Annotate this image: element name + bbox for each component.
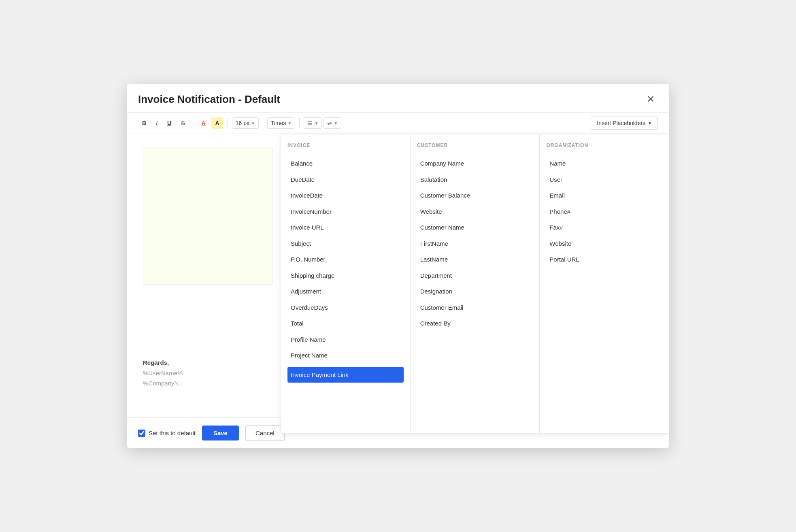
modal-header: Invoice Notification - Default ✕: [127, 84, 669, 113]
invoice-item-overduedays[interactable]: OverdueDays: [287, 300, 404, 316]
font-size-chevron: ▼: [251, 121, 255, 126]
customer-column: CUSTOMER Company Name Salutation Custome…: [411, 134, 540, 433]
invoice-header: INVOICE: [287, 143, 404, 148]
customer-item-customer-name[interactable]: Customer Name: [417, 219, 533, 236]
invoice-item-adjustment[interactable]: Adjustment: [287, 283, 404, 300]
placeholder-dropdown: INVOICE Balance DueDate InvoiceDate Invo…: [281, 134, 669, 434]
list-chevron: ▼: [314, 121, 318, 126]
invoice-item-invoicenumber[interactable]: InvoiceNumber: [287, 204, 404, 220]
customer-item-department[interactable]: Department: [417, 268, 533, 284]
font-family-chevron: ▼: [287, 121, 292, 126]
font-family-select[interactable]: Times ▼: [267, 117, 296, 129]
font-family-value: Times: [271, 120, 286, 126]
close-button[interactable]: ✕: [643, 93, 658, 106]
highlight-button[interactable]: A: [211, 117, 223, 129]
customer-item-customer-balance[interactable]: Customer Balance: [417, 187, 533, 204]
insert-placeholders-button[interactable]: Insert Placeholders ▼: [591, 117, 658, 130]
organization-column: ORGANIZATION Name User Email Phone# Fax#…: [540, 134, 669, 433]
modal-title: Invoice Notification - Default: [138, 93, 280, 106]
org-item-website[interactable]: Website: [546, 236, 662, 252]
default-checkbox[interactable]: [138, 430, 145, 437]
customer-item-designation[interactable]: Designation: [417, 283, 533, 300]
org-item-user[interactable]: User: [546, 172, 662, 188]
invoice-item-po-number[interactable]: P.O. Number: [287, 251, 404, 268]
save-button[interactable]: Save: [202, 426, 239, 440]
list-icon: ☰: [307, 120, 313, 126]
modal-body: Regards, %UserName% %CompanyN... INVOICE…: [127, 134, 669, 417]
invoice-column: INVOICE Balance DueDate InvoiceDate Invo…: [281, 134, 411, 433]
indent-icon: ⇌: [327, 120, 332, 126]
customer-item-salutation[interactable]: Salutation: [417, 172, 533, 188]
org-item-name[interactable]: Name: [546, 155, 662, 172]
font-size-select[interactable]: 16 px ▼: [232, 117, 259, 129]
strikethrough-button[interactable]: S: [177, 117, 189, 129]
customer-item-lastname[interactable]: LastName: [417, 251, 533, 268]
customer-item-customer-email[interactable]: Customer Email: [417, 300, 533, 316]
list-select[interactable]: ☰ ▼: [304, 117, 322, 129]
invoice-item-profile-name[interactable]: Profile Name: [287, 332, 404, 348]
customer-item-company-name[interactable]: Company Name: [417, 155, 533, 172]
font-color-button[interactable]: A: [197, 117, 209, 129]
invoice-item-total[interactable]: Total: [287, 315, 404, 332]
toolbar-divider-4: [299, 118, 300, 128]
invoice-item-payment-link[interactable]: Invoice Payment Link: [287, 367, 404, 383]
org-item-portal-url[interactable]: Portal URL: [546, 251, 662, 268]
toolbar-divider-1: [193, 118, 193, 128]
customer-item-firstname[interactable]: FirstName: [417, 236, 533, 252]
toolbar-divider-2: [228, 118, 228, 128]
invoice-item-shipping-charge[interactable]: Shipping charge: [287, 268, 404, 284]
editor-toolbar: B I U S A A 16 px ▼ Times ▼ ☰ ▼ ⇌ ▼ Inse…: [127, 113, 669, 134]
underline-button[interactable]: U: [163, 117, 175, 129]
invoice-notification-modal: Invoice Notification - Default ✕ B I U S…: [127, 84, 669, 448]
invoice-item-invoicedate[interactable]: InvoiceDate: [287, 187, 404, 204]
insert-placeholders-chevron: ▼: [648, 121, 652, 126]
editor-content[interactable]: [143, 147, 272, 285]
toolbar-divider-3: [263, 118, 263, 128]
insert-placeholders-label: Insert Placeholders: [597, 120, 645, 126]
invoice-item-project-name[interactable]: Project Name: [287, 347, 404, 364]
default-checkbox-text: Set this to default: [149, 430, 196, 436]
org-item-email[interactable]: Email: [546, 187, 662, 204]
italic-button[interactable]: I: [152, 117, 162, 129]
font-size-value: 16 px: [236, 120, 249, 126]
organization-header: ORGANIZATION: [546, 143, 662, 148]
default-checkbox-label[interactable]: Set this to default: [138, 430, 196, 437]
org-item-fax[interactable]: Fax#: [546, 219, 662, 236]
customer-item-created-by[interactable]: Created By: [417, 315, 533, 332]
indent-select[interactable]: ⇌ ▼: [324, 117, 341, 129]
customer-header: CUSTOMER: [417, 143, 533, 148]
invoice-item-invoice-url[interactable]: Invoice URL: [287, 219, 404, 236]
bold-button[interactable]: B: [138, 117, 150, 129]
invoice-item-duedate[interactable]: DueDate: [287, 172, 404, 188]
org-item-phone[interactable]: Phone#: [546, 204, 662, 220]
customer-item-website[interactable]: Website: [417, 204, 533, 220]
indent-chevron: ▼: [334, 121, 338, 126]
cancel-button[interactable]: Cancel: [245, 425, 285, 441]
invoice-item-subject[interactable]: Subject: [287, 236, 404, 252]
invoice-item-balance[interactable]: Balance: [287, 155, 404, 172]
